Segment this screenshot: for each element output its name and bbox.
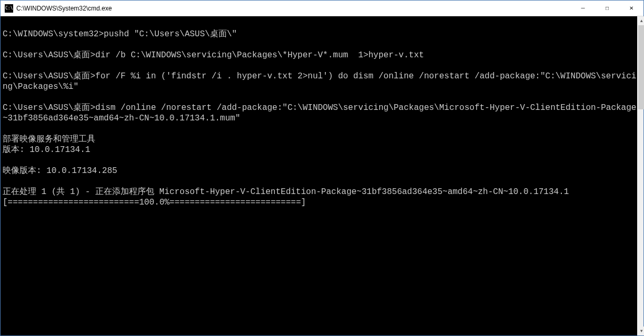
cmd-icon: [5, 4, 13, 13]
vertical-scrollbar[interactable]: ▲ ▼: [637, 16, 643, 335]
maximize-button[interactable]: □: [595, 1, 619, 16]
scroll-thumb[interactable]: [638, 25, 644, 109]
scroll-down-button[interactable]: ▼: [637, 327, 644, 335]
scroll-up-button[interactable]: ▲: [637, 16, 644, 25]
terminal-output[interactable]: C:\WINDOWS\system32>pushd "C:\Users\ASUS…: [1, 16, 637, 335]
client-area: C:\WINDOWS\system32>pushd "C:\Users\ASUS…: [1, 16, 643, 335]
cmd-window: C:\WINDOWS\System32\cmd.exe ─ □ ✕ C:\WIN…: [0, 0, 644, 336]
close-button[interactable]: ✕: [619, 1, 643, 16]
titlebar[interactable]: C:\WINDOWS\System32\cmd.exe ─ □ ✕: [1, 1, 643, 16]
window-title: C:\WINDOWS\System32\cmd.exe: [16, 5, 112, 12]
minimize-button[interactable]: ─: [571, 1, 595, 16]
